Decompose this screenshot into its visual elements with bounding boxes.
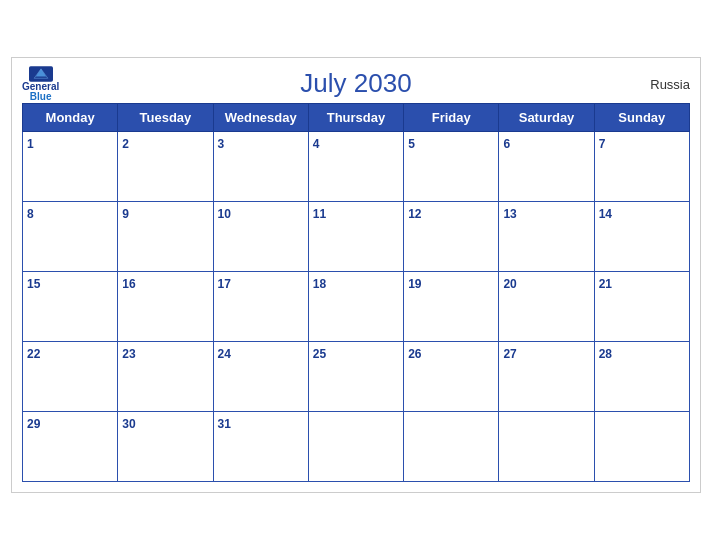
calendar-day-cell: 12 — [404, 202, 499, 272]
day-number: 31 — [218, 417, 231, 431]
calendar-week-row: 1234567 — [23, 132, 690, 202]
day-number: 15 — [27, 277, 40, 291]
calendar-header: General Blue July 2030 Russia — [22, 68, 690, 99]
calendar-day-cell: 29 — [23, 412, 118, 482]
day-number: 24 — [218, 347, 231, 361]
day-number: 13 — [503, 207, 516, 221]
logo-blue-text: Blue — [30, 92, 52, 102]
day-number: 19 — [408, 277, 421, 291]
day-number: 23 — [122, 347, 135, 361]
calendar-day-cell: 24 — [213, 342, 308, 412]
day-number: 16 — [122, 277, 135, 291]
day-number: 10 — [218, 207, 231, 221]
day-number: 11 — [313, 207, 326, 221]
calendar-day-cell: 25 — [308, 342, 403, 412]
header-sunday: Sunday — [594, 104, 689, 132]
day-number: 29 — [27, 417, 40, 431]
calendar-day-cell: 21 — [594, 272, 689, 342]
calendar-day-cell: 7 — [594, 132, 689, 202]
calendar-day-cell — [594, 412, 689, 482]
day-number: 18 — [313, 277, 326, 291]
calendar-day-cell: 2 — [118, 132, 213, 202]
day-number: 22 — [27, 347, 40, 361]
calendar-day-cell: 10 — [213, 202, 308, 272]
calendar-week-row: 15161718192021 — [23, 272, 690, 342]
day-number: 12 — [408, 207, 421, 221]
header-wednesday: Wednesday — [213, 104, 308, 132]
calendar-day-cell: 20 — [499, 272, 594, 342]
day-number: 1 — [27, 137, 34, 151]
calendar-day-cell: 11 — [308, 202, 403, 272]
calendar-day-cell — [308, 412, 403, 482]
calendar-day-cell: 18 — [308, 272, 403, 342]
calendar-day-cell: 5 — [404, 132, 499, 202]
calendar-day-cell: 1 — [23, 132, 118, 202]
day-number: 25 — [313, 347, 326, 361]
calendar-day-cell: 23 — [118, 342, 213, 412]
calendar-week-row: 891011121314 — [23, 202, 690, 272]
logo-icon — [29, 66, 53, 82]
calendar-day-cell: 30 — [118, 412, 213, 482]
calendar-table: Monday Tuesday Wednesday Thursday Friday… — [22, 103, 690, 482]
day-number: 30 — [122, 417, 135, 431]
calendar-country: Russia — [650, 76, 690, 91]
calendar-day-cell — [499, 412, 594, 482]
calendar-day-cell: 27 — [499, 342, 594, 412]
calendar-day-cell: 28 — [594, 342, 689, 412]
calendar-day-cell: 13 — [499, 202, 594, 272]
day-number: 14 — [599, 207, 612, 221]
calendar-day-cell: 9 — [118, 202, 213, 272]
day-number: 26 — [408, 347, 421, 361]
calendar-day-cell: 4 — [308, 132, 403, 202]
calendar-day-cell — [404, 412, 499, 482]
logo: General Blue — [22, 66, 59, 102]
calendar-day-cell: 6 — [499, 132, 594, 202]
day-number: 27 — [503, 347, 516, 361]
calendar-day-cell: 22 — [23, 342, 118, 412]
calendar-title: July 2030 — [22, 68, 690, 99]
day-number: 7 — [599, 137, 606, 151]
header-tuesday: Tuesday — [118, 104, 213, 132]
calendar-day-cell: 16 — [118, 272, 213, 342]
calendar-day-cell: 26 — [404, 342, 499, 412]
calendar-day-cell: 17 — [213, 272, 308, 342]
day-number: 2 — [122, 137, 129, 151]
calendar-day-cell: 3 — [213, 132, 308, 202]
calendar-week-row: 293031 — [23, 412, 690, 482]
day-number: 6 — [503, 137, 510, 151]
calendar-week-row: 22232425262728 — [23, 342, 690, 412]
header-monday: Monday — [23, 104, 118, 132]
calendar-day-cell: 15 — [23, 272, 118, 342]
weekday-header-row: Monday Tuesday Wednesday Thursday Friday… — [23, 104, 690, 132]
day-number: 5 — [408, 137, 415, 151]
header-thursday: Thursday — [308, 104, 403, 132]
day-number: 28 — [599, 347, 612, 361]
calendar-day-cell: 8 — [23, 202, 118, 272]
day-number: 20 — [503, 277, 516, 291]
day-number: 8 — [27, 207, 34, 221]
calendar-container: General Blue July 2030 Russia Monday Tue… — [11, 57, 701, 493]
day-number: 9 — [122, 207, 129, 221]
calendar-day-cell: 14 — [594, 202, 689, 272]
day-number: 17 — [218, 277, 231, 291]
calendar-day-cell: 31 — [213, 412, 308, 482]
day-number: 21 — [599, 277, 612, 291]
header-friday: Friday — [404, 104, 499, 132]
header-saturday: Saturday — [499, 104, 594, 132]
calendar-day-cell: 19 — [404, 272, 499, 342]
day-number: 3 — [218, 137, 225, 151]
day-number: 4 — [313, 137, 320, 151]
